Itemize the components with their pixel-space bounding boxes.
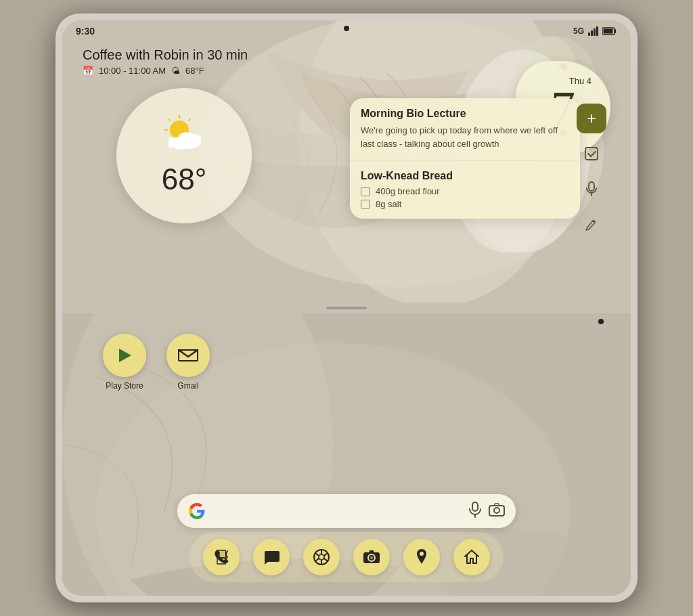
status-time: 9:30	[76, 26, 95, 37]
note-item-bread[interactable]: Low-Knead Bread 400g bread flour 8g salt	[350, 160, 580, 219]
gmail-label: Gmail	[177, 381, 198, 391]
svg-marker-35	[119, 349, 131, 362]
event-widget[interactable]: Coffee with Robin in 30 min 📅 10:00 - 11…	[83, 47, 248, 76]
status-bar: 9:30 5G	[62, 20, 631, 42]
notes-add-button[interactable]: +	[577, 104, 606, 133]
weather-temperature: 68°	[162, 162, 207, 196]
play-store-label: Play Store	[106, 381, 143, 391]
battery-icon	[602, 27, 617, 35]
checkbox-salt[interactable]	[361, 200, 370, 209]
bottom-panel: Play Store Gmail	[62, 313, 631, 596]
event-title: Coffee with Robin in 30 min	[83, 47, 248, 63]
play-store-circle	[103, 334, 146, 377]
note-item-bio[interactable]: Morning Bio Lecture We're going to pick …	[350, 98, 580, 160]
dock-messages[interactable]	[253, 539, 290, 575]
weather-icon-small: 🌤	[171, 66, 180, 76]
notes-edit-button[interactable]	[577, 209, 606, 239]
svg-rect-29	[585, 148, 598, 160]
top-content: Coffee with Robin in 30 min 📅 10:00 - 11…	[62, 20, 631, 303]
weather-condition-icon	[160, 115, 208, 160]
svg-rect-17	[604, 29, 613, 34]
checkbox-flour[interactable]	[361, 187, 370, 196]
svg-line-23	[189, 119, 190, 120]
svg-rect-28	[169, 137, 196, 148]
top-camera-bottom	[598, 319, 604, 324]
svg-line-22	[169, 119, 170, 120]
bottom-content: Play Store Gmail	[62, 313, 631, 596]
svg-point-43	[319, 555, 323, 559]
svg-rect-37	[472, 502, 478, 511]
dock	[189, 532, 504, 582]
event-weather: 68°F	[185, 66, 204, 76]
notes-mic-button[interactable]	[577, 174, 606, 204]
note-title-bread: Low-Knead Bread	[361, 170, 569, 182]
status-icons: 5G	[573, 26, 617, 36]
checklist-item-salt: 8g salt	[361, 199, 569, 209]
note-text-bio: We're going to pick up today from where …	[361, 124, 569, 150]
hinge-separator	[62, 303, 631, 313]
event-details: 📅 10:00 - 11:00 AM 🌤 68°F	[83, 66, 248, 76]
search-camera-button[interactable]	[489, 502, 505, 521]
dock-chrome[interactable]	[303, 539, 340, 575]
gmail-circle	[166, 334, 210, 377]
notes-action-buttons: +	[571, 98, 612, 244]
clock-day: Thu 4	[569, 76, 591, 86]
device-screen: 9:30 5G	[62, 20, 631, 596]
play-store-icon[interactable]: Play Store	[103, 334, 146, 391]
search-mic-button[interactable]	[468, 502, 482, 521]
svg-point-47	[420, 552, 424, 556]
device-frame: 9:30 5G	[55, 14, 638, 602]
notes-check-button[interactable]	[577, 139, 606, 169]
svg-point-46	[370, 556, 373, 559]
checklist-label-salt: 8g salt	[376, 199, 401, 209]
dock-maps[interactable]	[403, 539, 440, 575]
dock-home[interactable]	[453, 539, 490, 575]
calendar-icon-small: 📅	[83, 66, 93, 76]
front-camera	[344, 26, 349, 31]
signal-bars	[588, 26, 598, 36]
svg-rect-30	[589, 182, 594, 191]
google-logo	[188, 502, 206, 520]
checklist-label-flour: 400g bread flour	[376, 186, 440, 196]
dock-camera[interactable]	[353, 539, 390, 575]
svg-point-40	[494, 508, 499, 513]
app-row: Play Store Gmail	[103, 334, 210, 391]
gmail-icon[interactable]: Gmail	[166, 334, 210, 391]
dock-phone[interactable]	[203, 539, 240, 575]
notes-widget[interactable]: Morning Bio Lecture We're going to pick …	[350, 98, 580, 219]
hinge-pill	[326, 307, 367, 309]
weather-widget[interactable]: 68°	[116, 88, 252, 223]
bread-checklist: 400g bread flour 8g salt	[361, 186, 569, 209]
network-type: 5G	[573, 26, 584, 36]
checklist-item-flour: 400g bread flour	[361, 186, 569, 196]
note-title-bio: Morning Bio Lecture	[361, 108, 569, 120]
top-panel: 9:30 5G	[62, 20, 631, 303]
event-time: 10:00 - 11:00 AM	[99, 66, 166, 76]
search-bar[interactable]	[177, 494, 516, 528]
